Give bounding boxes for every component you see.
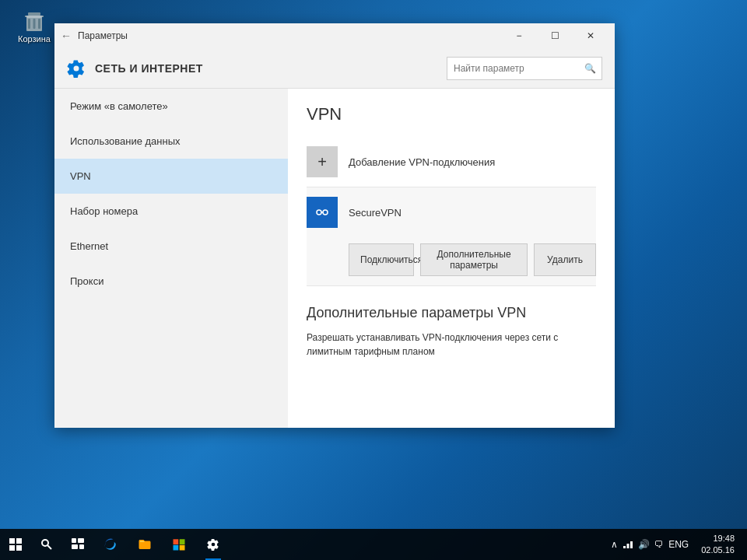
title-bar: ← Параметры − ☐ ✕ — [54, 23, 615, 48]
taskbar-right: ∧ 🔊 🗨 ENG 19:48 02.05.16 — [608, 533, 747, 557]
back-button[interactable]: ← — [61, 30, 72, 42]
taskbar-clock[interactable]: 19:48 02.05.16 — [695, 533, 741, 557]
task-view-button[interactable] — [62, 529, 93, 560]
network-icon[interactable] — [622, 538, 633, 551]
svg-rect-0 — [28, 12, 40, 16]
search-input[interactable] — [447, 63, 578, 74]
window-content: Режим «в самолете» Использование данных … — [54, 89, 615, 428]
clock-date: 02.05.16 — [701, 544, 735, 556]
settings-gear-icon — [67, 59, 86, 78]
svg-rect-3 — [28, 19, 30, 29]
sidebar-item-proxy[interactable]: Прокси — [54, 264, 288, 299]
connect-button[interactable]: Подключиться — [349, 243, 414, 276]
taskbar-left — [0, 529, 608, 560]
minimize-button[interactable]: − — [501, 23, 537, 48]
search-box[interactable]: 🔍 — [447, 57, 602, 80]
desktop: Корзина ← Параметры − ☐ ✕ СЕТЬ И ИНТЕРНЕ… — [0, 0, 747, 560]
svg-point-14 — [42, 540, 48, 546]
recycle-bin-label: Корзина — [18, 34, 51, 44]
additional-description: Разрешать устанавливать VPN-подключения … — [307, 331, 596, 359]
svg-line-15 — [47, 545, 51, 549]
svg-rect-22 — [174, 545, 179, 551]
search-taskbar-button[interactable] — [31, 529, 62, 560]
svg-rect-26 — [630, 541, 633, 548]
advanced-settings-button[interactable]: Дополнительные параметры — [420, 243, 528, 276]
settings-window: ← Параметры − ☐ ✕ СЕТЬ И ИНТЕРНЕТ 🔍 — [54, 23, 615, 428]
svg-rect-23 — [180, 545, 185, 551]
svg-point-7 — [317, 210, 321, 215]
svg-rect-18 — [72, 544, 78, 549]
clock-time: 19:48 — [701, 533, 735, 544]
svg-rect-12 — [9, 545, 15, 551]
svg-rect-5 — [38, 19, 40, 29]
chevron-up-icon[interactable]: ∧ — [611, 539, 618, 550]
svg-point-8 — [323, 210, 328, 215]
svg-rect-24 — [623, 546, 626, 548]
add-vpn-icon: + — [307, 146, 338, 177]
svg-rect-21 — [180, 539, 185, 544]
svg-rect-4 — [33, 19, 36, 29]
vpn-item: SecureVPN Подключиться Дополнительные па… — [307, 187, 596, 286]
svg-rect-17 — [78, 538, 84, 543]
vpn-section-title: VPN — [307, 104, 596, 124]
file-explorer-taskbar-button[interactable] — [128, 529, 162, 560]
close-button[interactable]: ✕ — [573, 23, 608, 48]
window-header: СЕТЬ И ИНТЕРНЕТ 🔍 — [54, 48, 615, 89]
language-icon[interactable]: ENG — [668, 539, 689, 550]
store-taskbar-button[interactable] — [162, 529, 196, 560]
notification-icon[interactable]: 🗨 — [654, 539, 664, 550]
recycle-bin-icon[interactable]: Корзина — [9, 9, 59, 44]
window-title: Параметры — [78, 30, 501, 41]
add-vpn-label: Добавление VPN-подключения — [349, 156, 495, 168]
settings-taskbar-button[interactable] — [196, 529, 230, 560]
edge-taskbar-button[interactable] — [93, 529, 128, 560]
add-vpn-button[interactable]: + Добавление VPN-подключения — [307, 137, 596, 187]
svg-rect-16 — [72, 538, 76, 543]
maximize-button[interactable]: ☐ — [537, 23, 573, 48]
header-title: СЕТЬ И ИНТЕРНЕТ — [95, 62, 447, 75]
additional-vpn-section: Дополнительные параметры VPN Разрешать у… — [307, 305, 596, 359]
svg-rect-25 — [627, 544, 630, 548]
svg-rect-6 — [26, 16, 42, 18]
svg-rect-10 — [9, 538, 15, 544]
additional-title: Дополнительные параметры VPN — [307, 305, 596, 321]
window-controls: − ☐ ✕ — [501, 23, 608, 48]
search-icon[interactable]: 🔍 — [578, 57, 601, 80]
main-panel: VPN + Добавление VPN-подключения — [288, 89, 615, 428]
sidebar-item-vpn[interactable]: VPN — [54, 159, 288, 194]
svg-rect-20 — [174, 539, 179, 544]
sidebar-item-dialup[interactable]: Набор номера — [54, 194, 288, 229]
volume-icon[interactable]: 🔊 — [638, 539, 650, 550]
sidebar-item-data-usage[interactable]: Использование данных — [54, 124, 288, 159]
sidebar-item-ethernet[interactable]: Ethernet — [54, 229, 288, 264]
svg-rect-13 — [16, 545, 22, 551]
svg-rect-19 — [79, 544, 84, 549]
sidebar-item-airplane[interactable]: Режим «в самолете» — [54, 89, 288, 124]
taskbar: ∧ 🔊 🗨 ENG 19:48 02.05.16 — [0, 529, 747, 560]
system-tray-icons: ∧ 🔊 🗨 ENG — [608, 538, 692, 551]
sidebar: Режим «в самолете» Использование данных … — [54, 89, 288, 428]
vpn-name: SecureVPN — [349, 207, 402, 219]
svg-rect-11 — [16, 538, 22, 544]
vpn-logo — [307, 197, 338, 228]
vpn-item-header[interactable]: SecureVPN — [307, 187, 596, 237]
delete-button[interactable]: Удалить — [534, 243, 596, 276]
start-button[interactable] — [0, 529, 31, 560]
vpn-actions: Подключиться Дополнительные параметры Уд… — [307, 237, 596, 285]
